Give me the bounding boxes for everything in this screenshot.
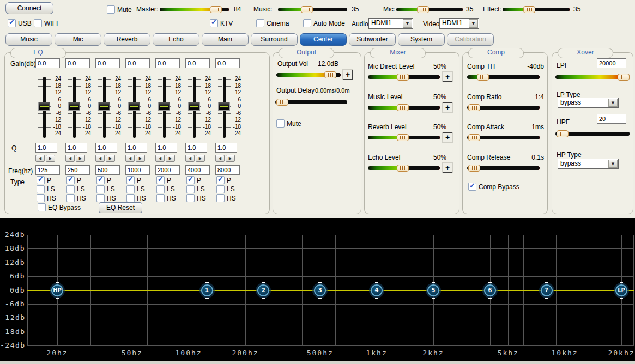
tab-surround[interactable]: Surround: [251, 33, 298, 46]
slider-handle[interactable]: [397, 165, 409, 172]
eq-band-4-gain-slider[interactable]: 24181260-6-12-18-24: [124, 77, 153, 138]
eq-band-4-type-hs-checkbox[interactable]: HS: [126, 194, 146, 202]
eq-marker-hp[interactable]: HP: [51, 284, 63, 296]
lpf-input[interactable]: [597, 58, 626, 68]
eq-band-4-freq-input[interactable]: [125, 165, 150, 175]
eq-band-6-q-increase-button[interactable]: ▶: [196, 155, 205, 162]
music-level-slider[interactable]: [368, 104, 440, 111]
output-vol-add-button[interactable]: +: [343, 70, 353, 80]
slider-handle[interactable]: [468, 104, 480, 111]
effect-volume-slider[interactable]: [503, 6, 570, 13]
eq-band-7-type-ls-checkbox-box[interactable]: [216, 185, 225, 193]
eq-marker-2[interactable]: 2: [257, 284, 269, 296]
slider-handle[interactable]: [468, 165, 480, 172]
slider-handle[interactable]: [557, 130, 569, 137]
hp-type-dropdown[interactable]: bypass ▼: [558, 159, 619, 169]
eq-band-3-type-ls-checkbox-box[interactable]: [96, 185, 105, 193]
output-delay-slider[interactable]: [275, 99, 347, 106]
eq-band-2-q-increase-button[interactable]: ▶: [76, 155, 85, 162]
eq-band-6-type-hs-checkbox[interactable]: HS: [186, 194, 206, 202]
eq-band-2-type-ls-checkbox-box[interactable]: [66, 185, 75, 193]
marker-handle-top[interactable]: [262, 282, 265, 283]
marker-handle-bottom[interactable]: [488, 298, 492, 299]
eq-band-5-q-increase-button[interactable]: ▶: [166, 155, 175, 162]
chevron-down-icon[interactable]: ▼: [608, 99, 618, 107]
mic-direct-level-slider[interactable]: [368, 74, 440, 81]
slider-handle[interactable]: [68, 102, 80, 111]
eq-band-2-type-hs-checkbox[interactable]: HS: [66, 194, 86, 202]
echo-level-slider[interactable]: [368, 165, 440, 172]
eq-band-5-freq-input[interactable]: [155, 165, 180, 175]
eq-band-1-q-decrease-button[interactable]: ◀: [35, 155, 45, 162]
eq-band-1-type-ls-checkbox-box[interactable]: [37, 185, 45, 193]
comp-th-slider[interactable]: [467, 74, 540, 81]
eq-band-1-gain-slider[interactable]: 24181260-6-12-18-24: [34, 77, 63, 138]
eq-band-1-type-hs-checkbox[interactable]: HS: [37, 194, 56, 202]
eq-band-2-q-input[interactable]: [65, 143, 87, 153]
slider-handle[interactable]: [324, 71, 336, 78]
slider-handle[interactable]: [618, 74, 630, 81]
comp-bypass-checkbox-box[interactable]: [468, 183, 476, 191]
eq-band-5-type-p-checkbox-box[interactable]: [156, 176, 165, 184]
reverb-level-slider[interactable]: [368, 134, 440, 141]
marker-handle-top[interactable]: [205, 282, 209, 283]
chevron-down-icon[interactable]: ▼: [608, 160, 618, 168]
eq-band-7-type-p-checkbox[interactable]: P: [216, 176, 231, 184]
slider-handle[interactable]: [523, 6, 535, 13]
eq-band-1-gain-input[interactable]: [35, 58, 60, 68]
slider-handle[interactable]: [301, 6, 313, 13]
eq-band-6-type-hs-checkbox-box[interactable]: [186, 194, 195, 202]
eq-band-1-q-increase-button[interactable]: ▶: [46, 155, 55, 162]
eq-band-3-type-p-checkbox-box[interactable]: [96, 176, 105, 184]
eq-band-2-type-hs-checkbox-box[interactable]: [66, 194, 75, 202]
usb-checkbox-box[interactable]: [8, 19, 16, 27]
eq-band-4-gain-input[interactable]: [125, 58, 150, 68]
eq-reset-button[interactable]: EQ Reset: [99, 202, 142, 213]
eq-band-7-type-p-checkbox-box[interactable]: [216, 176, 225, 184]
ktv-checkbox-box[interactable]: [210, 19, 218, 27]
lp-type-dropdown[interactable]: bypass ▼: [558, 98, 619, 108]
video-source-dropdown[interactable]: HDMI1 ▼: [439, 18, 479, 29]
reverb-level-add-button[interactable]: +: [443, 132, 452, 142]
eq-marker-5[interactable]: 5: [427, 284, 439, 296]
eq-band-4-type-ls-checkbox[interactable]: LS: [126, 185, 145, 193]
slider-handle[interactable]: [276, 99, 288, 106]
eq-band-7-q-increase-button[interactable]: ▶: [226, 155, 235, 162]
marker-handle-top[interactable]: [375, 282, 378, 283]
eq-band-7-freq-input[interactable]: [215, 165, 240, 175]
eq-band-7-type-hs-checkbox-box[interactable]: [216, 194, 225, 202]
eq-band-6-freq-input[interactable]: [185, 165, 210, 175]
tab-music[interactable]: Music: [5, 33, 52, 46]
marker-handle-top[interactable]: [488, 282, 492, 283]
slider-handle[interactable]: [417, 6, 429, 13]
eq-band-5-q-decrease-button[interactable]: ◀: [155, 155, 165, 162]
slider-handle[interactable]: [188, 102, 200, 111]
marker-handle-bottom[interactable]: [56, 298, 59, 299]
audio-source-dropdown[interactable]: HDMI1 ▼: [368, 18, 413, 29]
marker-handle-bottom[interactable]: [432, 298, 435, 299]
tab-echo[interactable]: Echo: [153, 33, 199, 46]
wifi-checkbox[interactable]: WIFI: [34, 19, 58, 27]
eq-band-5-q-input[interactable]: [155, 143, 177, 153]
chevron-down-icon[interactable]: ▼: [403, 19, 412, 28]
eq-band-3-freq-input[interactable]: [95, 165, 120, 175]
slider-handle[interactable]: [128, 102, 140, 111]
tab-calibration[interactable]: Calibration: [447, 33, 494, 46]
eq-marker-lp[interactable]: LP: [615, 284, 627, 296]
eq-band-3-gain-input[interactable]: [95, 58, 120, 68]
eq-bypass-checkbox[interactable]: EQ Bypass: [38, 203, 81, 211]
tab-subwoofer[interactable]: Subwoofer: [349, 33, 396, 46]
marker-handle-top[interactable]: [432, 282, 435, 283]
eq-band-4-q-input[interactable]: [125, 143, 147, 153]
lpf-slider[interactable]: [555, 74, 630, 81]
eq-band-7-type-ls-checkbox[interactable]: LS: [216, 185, 235, 193]
cinema-checkbox-box[interactable]: [256, 19, 264, 27]
eq-marker-4[interactable]: 4: [371, 284, 383, 296]
eq-band-5-type-hs-checkbox[interactable]: HS: [156, 194, 176, 202]
eq-band-1-type-p-checkbox[interactable]: P: [37, 176, 51, 184]
eq-band-6-type-ls-checkbox-box[interactable]: [186, 185, 195, 193]
connect-button[interactable]: Connect: [5, 2, 53, 14]
hpf-slider[interactable]: [555, 130, 630, 137]
auto-mode-checkbox-box[interactable]: [303, 19, 311, 27]
slider-handle[interactable]: [158, 102, 170, 111]
